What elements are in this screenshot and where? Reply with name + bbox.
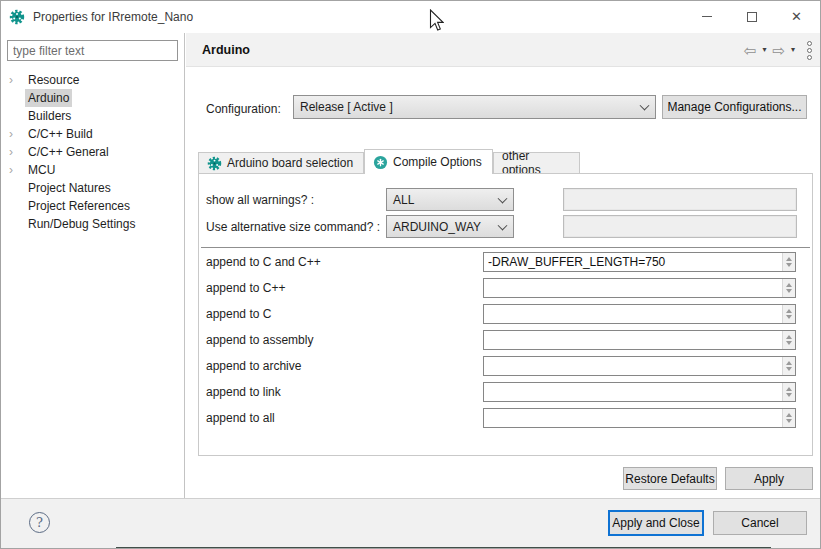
header-nav: ⇦ ▾ ⇨ ▾ [744, 33, 812, 67]
size-command-label: Use alternative size command? : [206, 220, 380, 234]
configuration-select[interactable]: Release [ Active ] [293, 95, 656, 119]
page-header: Arduino ⇦ ▾ ⇨ ▾ [186, 33, 821, 67]
scroll-arrows-icon[interactable] [782, 331, 795, 349]
back-arrow-icon[interactable]: ⇦ [744, 43, 757, 58]
append-link-input[interactable] [484, 383, 782, 401]
properties-dialog: Properties for IRremote_Nano ✕ › Resourc… [0, 0, 821, 549]
filter-box [7, 40, 178, 61]
cancel-button[interactable]: Cancel [713, 511, 807, 535]
append-all-field [483, 408, 796, 428]
forward-arrow-icon[interactable]: ⇨ [772, 43, 785, 58]
expander-icon[interactable]: › [9, 161, 23, 179]
sidebar-item-resource[interactable]: › Resource [1, 71, 184, 89]
back-dropdown-icon[interactable]: ▾ [762, 46, 766, 54]
expander-icon[interactable]: › [9, 71, 23, 89]
gear-circle-icon [373, 155, 388, 170]
append-archive-label: append to archive [206, 359, 301, 373]
sidebar-item-run-debug-settings[interactable]: Run/Debug Settings [1, 215, 184, 233]
scroll-arrows-icon[interactable] [782, 383, 795, 401]
append-c-cpp-label: append to C and C++ [206, 255, 321, 269]
window-title: Properties for IRremote_Nano [33, 10, 193, 24]
page-title: Arduino [202, 43, 250, 57]
append-all-input[interactable] [484, 409, 782, 427]
minimize-icon [702, 16, 712, 17]
append-all-label: append to all [206, 411, 275, 425]
append-cpp-input[interactable] [484, 279, 782, 297]
size-command-select[interactable]: ARDUINO_WAY [386, 215, 514, 238]
apply-button[interactable]: Apply [725, 467, 813, 490]
expander-icon[interactable]: › [9, 125, 23, 143]
filter-input[interactable] [8, 41, 177, 60]
append-assembly-label: append to assembly [206, 333, 313, 347]
append-assembly-input[interactable] [484, 331, 782, 349]
append-c-label: append to C [206, 307, 271, 321]
warnings-select[interactable]: ALL [386, 188, 514, 211]
tab-other-options[interactable]: other options [493, 152, 580, 173]
sidebar: › Resource Arduino Builders › C/C++ Buil… [1, 33, 185, 498]
append-link-field [483, 382, 796, 402]
sidebar-item-project-references[interactable]: Project References [1, 197, 184, 215]
maximize-icon [747, 12, 757, 22]
append-c-cpp-field [483, 252, 796, 272]
sidebar-item-mcu[interactable]: › MCU [1, 161, 184, 179]
help-icon[interactable]: ? [29, 512, 50, 533]
tab-arduino-board-selection[interactable]: Arduino board selection [198, 152, 364, 173]
append-c-field [483, 304, 796, 324]
size-command-custom-field [563, 215, 797, 238]
append-archive-input[interactable] [484, 357, 782, 375]
expander-icon[interactable]: › [9, 143, 23, 161]
forward-dropdown-icon[interactable]: ▾ [791, 46, 795, 54]
append-cpp-field [483, 278, 796, 298]
sidebar-item-builders[interactable]: Builders [1, 107, 184, 125]
append-archive-field [483, 356, 796, 376]
scroll-arrows-icon[interactable] [782, 279, 795, 297]
tab-compile-options[interactable]: Compile Options [364, 149, 493, 174]
apply-and-close-button[interactable]: Apply and Close [608, 510, 704, 536]
scroll-arrows-icon[interactable] [782, 409, 795, 427]
sidebar-item-ccpp-build[interactable]: › C/C++ Build [1, 125, 184, 143]
sidebar-item-ccpp-general[interactable]: › C/C++ General [1, 143, 184, 161]
scroll-arrows-icon[interactable] [782, 305, 795, 323]
append-link-label: append to link [206, 385, 281, 399]
sidebar-item-project-natures[interactable]: Project Natures [1, 179, 184, 197]
append-assembly-field [483, 330, 796, 350]
close-icon: ✕ [791, 9, 802, 24]
minimize-button[interactable] [684, 1, 729, 32]
section-divider [201, 247, 810, 248]
scroll-arrows-icon[interactable] [782, 357, 795, 375]
append-cpp-label: append to C++ [206, 281, 285, 295]
title-bar: Properties for IRremote_Nano ✕ [1, 1, 821, 33]
append-c-input[interactable] [484, 305, 782, 323]
restore-defaults-button[interactable]: Restore Defaults [623, 467, 717, 490]
maximize-button[interactable] [729, 1, 774, 32]
properties-tree: › Resource Arduino Builders › C/C++ Buil… [1, 71, 184, 233]
gear-icon [207, 156, 222, 171]
sidebar-item-arduino[interactable]: Arduino [1, 89, 184, 107]
warnings-label: show all warnings? : [206, 193, 314, 207]
warnings-custom-field [563, 188, 797, 211]
append-c-cpp-input[interactable] [484, 253, 782, 271]
manage-configurations-button[interactable]: Manage Configurations... [662, 95, 807, 119]
chevron-down-icon [498, 220, 508, 230]
sloeber-gear-icon [9, 9, 25, 25]
scroll-arrows-icon[interactable] [782, 253, 795, 271]
configuration-label: Configuration: [206, 102, 281, 116]
view-menu-icon[interactable] [807, 41, 812, 60]
close-button[interactable]: ✕ [774, 1, 819, 32]
chevron-down-icon [498, 193, 508, 203]
chevron-down-icon [640, 101, 650, 111]
